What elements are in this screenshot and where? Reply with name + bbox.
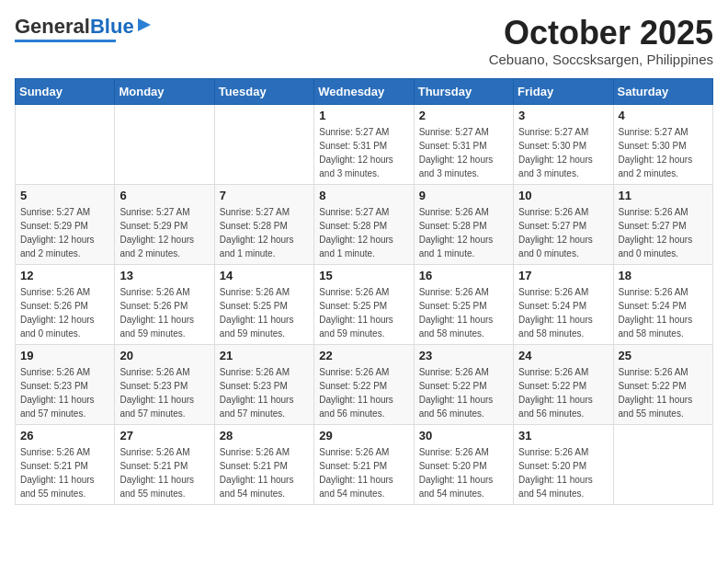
day-info: Sunrise: 5:26 AM Sunset: 5:20 PM Dayligh…: [518, 445, 608, 500]
day-number: 3: [518, 109, 608, 122]
day-number: 13: [119, 269, 209, 282]
page-header: GeneralBlue October 2025 Cebuano, Soccsk…: [15, 15, 713, 67]
calendar-cell: 18Sunrise: 5:26 AM Sunset: 5:24 PM Dayli…: [613, 264, 712, 344]
day-info: Sunrise: 5:26 AM Sunset: 5:26 PM Dayligh…: [119, 285, 209, 340]
calendar-cell: 27Sunrise: 5:26 AM Sunset: 5:21 PM Dayli…: [115, 424, 214, 504]
day-info: Sunrise: 5:26 AM Sunset: 5:23 PM Dayligh…: [20, 365, 109, 420]
day-number: 29: [319, 429, 408, 442]
day-header-tuesday: Tuesday: [214, 78, 313, 104]
day-header-wednesday: Wednesday: [314, 78, 414, 104]
day-header-sunday: Sunday: [16, 78, 115, 104]
calendar-cell: 22Sunrise: 5:26 AM Sunset: 5:22 PM Dayli…: [314, 344, 414, 424]
logo: GeneralBlue: [15, 15, 153, 42]
day-info: Sunrise: 5:26 AM Sunset: 5:25 PM Dayligh…: [220, 285, 309, 340]
calendar-cell: 13Sunrise: 5:26 AM Sunset: 5:26 PM Dayli…: [115, 264, 214, 344]
day-number: 20: [119, 349, 209, 362]
day-number: 14: [220, 269, 309, 282]
calendar-week-row: 1Sunrise: 5:27 AM Sunset: 5:31 PM Daylig…: [16, 104, 713, 184]
day-info: Sunrise: 5:26 AM Sunset: 5:26 PM Dayligh…: [20, 285, 109, 340]
day-number: 12: [20, 269, 109, 282]
calendar-cell: [115, 104, 214, 184]
day-info: Sunrise: 5:26 AM Sunset: 5:22 PM Dayligh…: [518, 365, 608, 420]
day-number: 31: [518, 429, 608, 442]
day-info: Sunrise: 5:27 AM Sunset: 5:31 PM Dayligh…: [319, 125, 408, 180]
day-number: 2: [419, 109, 508, 122]
day-number: 28: [220, 429, 309, 442]
calendar-cell: 30Sunrise: 5:26 AM Sunset: 5:20 PM Dayli…: [414, 424, 513, 504]
calendar-cell: 8Sunrise: 5:27 AM Sunset: 5:28 PM Daylig…: [314, 184, 414, 264]
day-number: 4: [619, 109, 708, 122]
calendar-cell: 10Sunrise: 5:26 AM Sunset: 5:27 PM Dayli…: [514, 184, 613, 264]
day-info: Sunrise: 5:26 AM Sunset: 5:27 PM Dayligh…: [619, 205, 708, 260]
day-info: Sunrise: 5:27 AM Sunset: 5:30 PM Dayligh…: [518, 125, 608, 180]
calendar-cell: 28Sunrise: 5:26 AM Sunset: 5:21 PM Dayli…: [214, 424, 313, 504]
calendar-cell: 3Sunrise: 5:27 AM Sunset: 5:30 PM Daylig…: [514, 104, 613, 184]
day-info: Sunrise: 5:26 AM Sunset: 5:25 PM Dayligh…: [319, 285, 408, 340]
day-number: 19: [20, 349, 109, 362]
svg-marker-0: [138, 18, 151, 31]
day-number: 5: [20, 189, 109, 202]
calendar-cell: 6Sunrise: 5:27 AM Sunset: 5:29 PM Daylig…: [115, 184, 214, 264]
day-info: Sunrise: 5:26 AM Sunset: 5:22 PM Dayligh…: [419, 365, 508, 420]
calendar-cell: 21Sunrise: 5:26 AM Sunset: 5:23 PM Dayli…: [214, 344, 313, 424]
calendar-cell: 11Sunrise: 5:26 AM Sunset: 5:27 PM Dayli…: [613, 184, 712, 264]
day-number: 11: [619, 189, 708, 202]
calendar-cell: 7Sunrise: 5:27 AM Sunset: 5:28 PM Daylig…: [214, 184, 313, 264]
day-info: Sunrise: 5:26 AM Sunset: 5:23 PM Dayligh…: [119, 365, 209, 420]
day-info: Sunrise: 5:27 AM Sunset: 5:29 PM Dayligh…: [119, 205, 209, 260]
day-number: 17: [518, 269, 608, 282]
calendar-cell: 17Sunrise: 5:26 AM Sunset: 5:24 PM Dayli…: [514, 264, 613, 344]
calendar-cell: 25Sunrise: 5:26 AM Sunset: 5:22 PM Dayli…: [613, 344, 712, 424]
day-number: 22: [319, 349, 408, 362]
calendar-cell: 19Sunrise: 5:26 AM Sunset: 5:23 PM Dayli…: [16, 344, 115, 424]
calendar-header-row: SundayMondayTuesdayWednesdayThursdayFrid…: [16, 78, 713, 104]
day-info: Sunrise: 5:27 AM Sunset: 5:29 PM Dayligh…: [20, 205, 109, 260]
calendar-cell: 15Sunrise: 5:26 AM Sunset: 5:25 PM Dayli…: [314, 264, 414, 344]
day-header-saturday: Saturday: [613, 78, 712, 104]
calendar-cell: 12Sunrise: 5:26 AM Sunset: 5:26 PM Dayli…: [16, 264, 115, 344]
title-block: October 2025 Cebuano, Soccsksargen, Phil…: [489, 15, 713, 67]
logo-underline: [15, 40, 116, 42]
day-info: Sunrise: 5:27 AM Sunset: 5:31 PM Dayligh…: [419, 125, 508, 180]
day-info: Sunrise: 5:26 AM Sunset: 5:21 PM Dayligh…: [220, 445, 309, 500]
day-info: Sunrise: 5:27 AM Sunset: 5:28 PM Dayligh…: [319, 205, 408, 260]
day-number: 30: [419, 429, 508, 442]
logo-text: GeneralBlue: [15, 15, 134, 39]
calendar-cell: 31Sunrise: 5:26 AM Sunset: 5:20 PM Dayli…: [514, 424, 613, 504]
day-info: Sunrise: 5:26 AM Sunset: 5:21 PM Dayligh…: [119, 445, 209, 500]
day-info: Sunrise: 5:26 AM Sunset: 5:25 PM Dayligh…: [419, 285, 508, 340]
day-number: 27: [119, 429, 209, 442]
day-number: 18: [619, 269, 708, 282]
month-title: October 2025: [489, 15, 713, 52]
calendar-cell: 1Sunrise: 5:27 AM Sunset: 5:31 PM Daylig…: [314, 104, 414, 184]
day-info: Sunrise: 5:27 AM Sunset: 5:30 PM Dayligh…: [619, 125, 708, 180]
day-number: 15: [319, 269, 408, 282]
calendar-week-row: 19Sunrise: 5:26 AM Sunset: 5:23 PM Dayli…: [16, 344, 713, 424]
day-info: Sunrise: 5:26 AM Sunset: 5:22 PM Dayligh…: [619, 365, 708, 420]
day-header-thursday: Thursday: [414, 78, 513, 104]
day-number: 9: [419, 189, 508, 202]
calendar-week-row: 26Sunrise: 5:26 AM Sunset: 5:21 PM Dayli…: [16, 424, 713, 504]
calendar-cell: 2Sunrise: 5:27 AM Sunset: 5:31 PM Daylig…: [414, 104, 513, 184]
day-number: 24: [518, 349, 608, 362]
calendar-cell: 9Sunrise: 5:26 AM Sunset: 5:28 PM Daylig…: [414, 184, 513, 264]
day-number: 7: [220, 189, 309, 202]
calendar-cell: [214, 104, 313, 184]
day-number: 21: [220, 349, 309, 362]
calendar-cell: 23Sunrise: 5:26 AM Sunset: 5:22 PM Dayli…: [414, 344, 513, 424]
day-info: Sunrise: 5:26 AM Sunset: 5:28 PM Dayligh…: [419, 205, 508, 260]
day-number: 16: [419, 269, 508, 282]
calendar-cell: 20Sunrise: 5:26 AM Sunset: 5:23 PM Dayli…: [115, 344, 214, 424]
day-info: Sunrise: 5:26 AM Sunset: 5:24 PM Dayligh…: [518, 285, 608, 340]
calendar-week-row: 12Sunrise: 5:26 AM Sunset: 5:26 PM Dayli…: [16, 264, 713, 344]
calendar-cell: 26Sunrise: 5:26 AM Sunset: 5:21 PM Dayli…: [16, 424, 115, 504]
day-info: Sunrise: 5:26 AM Sunset: 5:24 PM Dayligh…: [619, 285, 708, 340]
day-info: Sunrise: 5:26 AM Sunset: 5:21 PM Dayligh…: [319, 445, 408, 500]
calendar-cell: 5Sunrise: 5:27 AM Sunset: 5:29 PM Daylig…: [16, 184, 115, 264]
calendar-table: SundayMondayTuesdayWednesdayThursdayFrid…: [15, 78, 713, 505]
day-number: 10: [518, 189, 608, 202]
calendar-cell: 14Sunrise: 5:26 AM Sunset: 5:25 PM Dayli…: [214, 264, 313, 344]
calendar-week-row: 5Sunrise: 5:27 AM Sunset: 5:29 PM Daylig…: [16, 184, 713, 264]
day-header-monday: Monday: [115, 78, 214, 104]
calendar-cell: 29Sunrise: 5:26 AM Sunset: 5:21 PM Dayli…: [314, 424, 414, 504]
